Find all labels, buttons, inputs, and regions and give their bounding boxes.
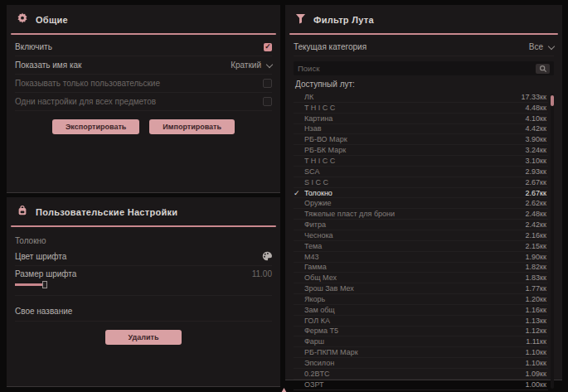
loot-item-name: ОЗРТ — [304, 380, 526, 389]
custom-settings-panel: Пользовательские Настройки Толокно Цвет … — [7, 197, 280, 387]
loot-row[interactable]: ✓ ОЗРТ 1.00кк — [294, 380, 548, 390]
loot-filter-title: Фильтр Лута — [313, 15, 374, 25]
font-size-row: Размер шрифта 11.00 — [15, 266, 272, 296]
loot-item-name: Зрош Зав Мех — [304, 284, 526, 293]
loot-item-value: 1.20кк — [526, 295, 546, 303]
show-name-dropdown[interactable]: Краткий — [231, 60, 272, 70]
loot-row[interactable]: ✓ ГОЛ КА 1.13кк — [294, 316, 548, 327]
loot-row[interactable]: ✓ Общ Мех 1.83кк — [294, 273, 548, 283]
loot-item-name: Ферма Т5 — [304, 327, 526, 335]
slider-knob[interactable] — [42, 281, 47, 288]
show-name-dropdown-value: Краткий — [231, 60, 261, 70]
loot-item-name: 0.2BTC — [304, 370, 526, 378]
loot-row[interactable]: ✓ T H I C C 3.10кк — [294, 156, 548, 167]
loot-row[interactable]: ✓ Гамма 1.82кк — [294, 263, 548, 273]
loot-item-name: Толокно — [304, 189, 526, 197]
loot-item-name: Тяжелые пласт для брони — [304, 210, 526, 218]
loot-item-name: Фарш — [304, 337, 526, 346]
loot-row[interactable]: ✓ Фитра 2.42кк — [294, 220, 548, 230]
loot-item-name: РБ-ВО Марк — [304, 135, 526, 143]
import-button[interactable]: Импортировать — [149, 119, 235, 134]
loot-scrollbar[interactable] — [551, 94, 554, 389]
loot-item-value: 2.62кк — [526, 199, 546, 207]
loot-row[interactable]: ✓ 0.2BTC 1.09кк — [294, 369, 548, 380]
loot-item-value: 17.33кк — [522, 93, 546, 101]
loot-row[interactable]: ✓ Зам общ 1.16кк — [294, 305, 548, 316]
general-panel-header: Общие — [7, 5, 280, 33]
funnel-icon — [295, 12, 306, 27]
general-panel-title: Общие — [36, 15, 68, 25]
loot-item-name: Чеснока — [304, 231, 526, 240]
custom-name-label: Свое название — [15, 307, 72, 316]
loot-row[interactable]: ✓ РБ-БК Марк 3.24кк — [294, 145, 548, 156]
loot-item-name: T H I C C — [304, 157, 526, 165]
loot-item-name: SCA — [304, 167, 526, 176]
loot-row[interactable]: ✓ Тема 2.15кк — [294, 241, 548, 252]
loot-row[interactable]: ✓ Зрош Зав Мех 1.77кк — [294, 283, 548, 294]
resize-handle-icon[interactable] — [280, 383, 288, 392]
backpack-icon — [17, 205, 28, 220]
delete-button[interactable]: Удалить — [105, 330, 182, 345]
loot-row[interactable]: ✓ Тяжелые пласт для брони 2.48кк — [294, 209, 548, 220]
loot-row[interactable]: ✓ РБ-ВО Марк 3.90кк — [294, 134, 548, 145]
loot-row[interactable]: ✓ T H I C C 4.48кк — [294, 103, 548, 114]
enable-checkbox[interactable]: ✓ — [264, 43, 272, 51]
loot-row[interactable]: ✓ S I C C 2.67кк — [294, 177, 548, 188]
show-name-label: Показать имя как — [15, 60, 81, 70]
loot-item-value: 1.82кк — [526, 263, 546, 271]
loot-list-wrap: ✓ ЛК 17.33кк ✓ T H I C C 4.48кк ✓ Картин… — [294, 92, 554, 390]
only-custom-row: Показывать только пользовательские — [15, 75, 272, 93]
loot-item-value: 1.10кк — [526, 359, 546, 367]
loot-item-value: 4.42кк — [526, 124, 546, 133]
search-placeholder: Поиск — [298, 64, 536, 73]
custom-name-input[interactable] — [80, 306, 272, 317]
font-size-slider[interactable] — [15, 281, 272, 288]
loot-row[interactable]: ✓ Чеснока 2.16кк — [294, 230, 548, 241]
loot-row[interactable]: ✓ SCA 2.93кк — [294, 167, 548, 177]
loot-row[interactable]: ✓ Эпсилон 1.10кк — [294, 358, 548, 369]
only-custom-label: Показывать только пользовательские — [15, 79, 160, 88]
loot-item-value: 1.77кк — [526, 284, 546, 293]
category-row: Текущая категория Все — [294, 38, 554, 56]
loot-item-name: Общ Мех — [304, 273, 526, 282]
loot-row[interactable]: ✓ Нзав 4.42кк — [294, 124, 548, 135]
loot-row[interactable]: ✓ РБ-ПКПМ Марк 1.10кк — [294, 347, 548, 358]
loot-item-name: Картина — [304, 114, 526, 123]
search-button[interactable] — [536, 64, 550, 74]
export-button[interactable]: Экспортировать — [52, 119, 139, 134]
only-custom-checkbox[interactable] — [263, 79, 272, 88]
loot-item-name: Фитра — [304, 220, 526, 229]
mod-config-window: Общие Включить ✓ Показать имя как Кратки… — [0, 0, 568, 392]
loot-row[interactable]: ✓ Оружие 2.62кк — [294, 198, 548, 209]
loot-item-value: 1.09кк — [526, 370, 546, 378]
loot-filter-header: Фильтр Лута — [285, 5, 562, 33]
slider-fill — [15, 283, 45, 286]
loot-item-name: Гамма — [304, 263, 526, 271]
loot-item-name: РБ-БК Марк — [304, 146, 526, 154]
loot-row[interactable]: ✓ ЛК 17.33кк — [294, 92, 548, 103]
loot-row[interactable]: ✓ М43 1.90кк — [294, 252, 548, 263]
custom-settings-title: Пользовательские Настройки — [36, 207, 177, 217]
palette-icon[interactable] — [262, 249, 272, 264]
category-dropdown[interactable]: Все — [529, 42, 554, 51]
loot-item-name: РБ-ПКПМ Марк — [304, 348, 526, 356]
loot-scrollbar-thumb[interactable] — [551, 95, 554, 106]
font-color-row: Цвет шрифта — [15, 248, 272, 266]
same-settings-checkbox[interactable] — [263, 97, 272, 106]
search-input[interactable]: Поиск — [294, 61, 554, 75]
loot-row[interactable]: ✓ Толокно 2.67кк — [294, 188, 548, 199]
general-panel: Общие Включить ✓ Показать имя как Кратки… — [7, 5, 280, 193]
chevron-down-icon — [548, 42, 555, 49]
loot-row[interactable]: ✓ Картина 4.10кк — [294, 114, 548, 124]
loot-row[interactable]: ✓ Ферма Т5 1.12кк — [294, 327, 548, 337]
loot-item-value: 1.10кк — [526, 348, 546, 356]
custom-name-row: Свое название — [15, 301, 272, 322]
loot-item-value: 2.48кк — [526, 210, 546, 218]
enable-row: Включить ✓ — [15, 38, 272, 56]
loot-item-value: 4.10кк — [526, 114, 546, 123]
loot-row[interactable]: ✓ Фарш 1.11кк — [294, 336, 548, 347]
loot-row[interactable]: ✓ Якорь 1.20кк — [294, 294, 548, 305]
show-name-row: Показать имя как Краткий — [15, 56, 272, 75]
loot-item-name: ГОЛ КА — [304, 317, 526, 325]
loot-item-value: 1.90кк — [526, 253, 546, 261]
